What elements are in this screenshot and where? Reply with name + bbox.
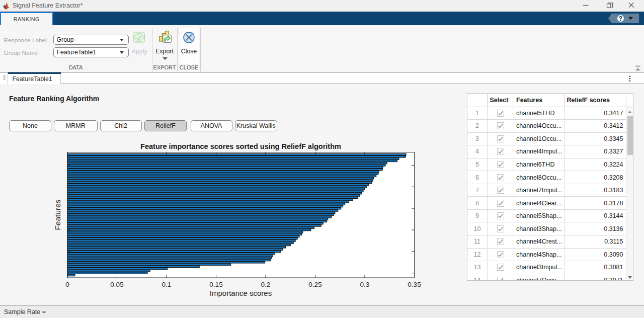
svg-text:0: 0 <box>65 281 69 288</box>
svg-text:0.15: 0.15 <box>209 281 222 288</box>
svg-text:Feature importance scores sort: Feature importance scores sorted using R… <box>140 142 341 150</box>
svg-text:0.2: 0.2 <box>261 281 271 288</box>
svg-text:?: ? <box>619 15 622 22</box>
svg-text:0.1: 0.1 <box>162 281 172 288</box>
svg-text:0.3: 0.3 <box>360 281 370 288</box>
svg-text:Importance scores: Importance scores <box>210 289 272 297</box>
svg-text:0.25: 0.25 <box>308 281 321 288</box>
svg-text:Features: Features <box>53 199 62 230</box>
svg-text:0.35: 0.35 <box>408 281 421 288</box>
svg-text:0.05: 0.05 <box>110 281 123 288</box>
